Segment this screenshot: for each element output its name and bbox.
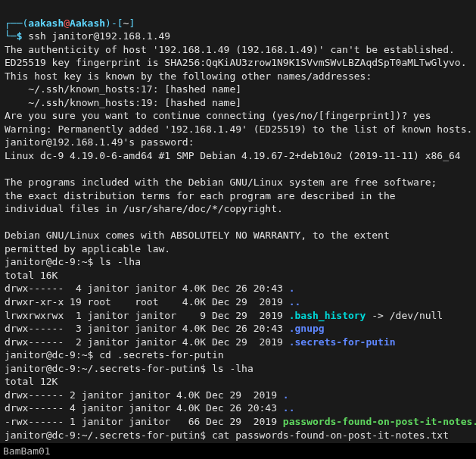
ls-row: drwx------ 3 janitor janitor 4.0K Dec 26…	[5, 323, 325, 334]
local-prompt-line: └─$	[5, 30, 28, 42]
ssh-output-line: ~/.ssh/known_hosts:19: [hashed name]	[5, 97, 241, 108]
ls-row: drwx------ 2 janitor janitor 4.0K Dec 29…	[5, 336, 396, 348]
ssh-output-line: permitted by applicable law.	[5, 243, 170, 254]
ls-row: drwx------ 4 janitor janitor 4.0K Dec 26…	[5, 283, 295, 294]
cat-output-block: BamBam01 Passw0rd smellycats P0Lic#10-4 …	[0, 443, 476, 459]
password-line: BamBam01	[3, 445, 51, 457]
cd-command: cd .secrets-for-putin	[99, 349, 223, 361]
ssh-output-line: Linux dc-9 4.19.0-6-amd64 #1 SMP Debian …	[5, 150, 461, 161]
ls-row: drwx------ 2 janitor janitor 4.0K Dec 29…	[5, 389, 289, 401]
remote-prompt: janitor@dc-9:~/.secrets-for-putin$	[5, 429, 212, 441]
ssh-output-line: This host key is known by the following …	[5, 70, 372, 82]
ssh-output-line: Are you sure you want to continue connec…	[5, 110, 431, 121]
ls-row: lrwxrwxrwx 1 janitor janitor 9 Dec 29 20…	[5, 310, 443, 321]
ls-command: ls -lha	[212, 363, 254, 374]
remote-prompt: janitor@dc-9:~$	[5, 256, 99, 267]
ssh-output-line: The authenticity of host '192.168.1.49 (…	[5, 44, 455, 55]
ls-row: drwxr-xr-x 19 root root 4.0K Dec 29 2019…	[5, 296, 300, 308]
ssh-output-line: ~/.ssh/known_hosts:17: [hashed name]	[5, 83, 241, 95]
ssh-output-line: janitor@192.168.1.49's password:	[5, 136, 194, 148]
ssh-output-line: Debian GNU/Linux comes with ABSOLUTELY N…	[5, 230, 390, 241]
local-prompt-header: ┌──(aakash@Aakash)-[~]	[5, 17, 135, 29]
ls-total: total 16K	[5, 270, 58, 281]
ls-total: total 12K	[5, 376, 58, 387]
ssh-output-line: individual files in /usr/share/doc/*/cop…	[5, 203, 283, 214]
ssh-command: ssh janitor@192.168.1.49	[28, 30, 170, 42]
terminal-window[interactable]: ┌──(aakash@Aakash)-[~] └─$ ssh janitor@1…	[0, 0, 476, 459]
remote-prompt: janitor@dc-9:~/.secrets-for-putin$	[5, 363, 212, 374]
cat-command: cat passwords-found-on-post-it-notes.txt	[212, 429, 449, 441]
ssh-output-line: the exact distribution terms for each pr…	[5, 190, 396, 201]
ssh-output-line: ED25519 key fingerprint is SHA256:QqKiAU…	[5, 57, 466, 68]
remote-prompt: janitor@dc-9:~$	[5, 349, 99, 361]
ls-row: -rwx------ 1 janitor janitor 66 Dec 29 2…	[5, 416, 476, 427]
ssh-output-line: The programs included with the Debian GN…	[5, 176, 437, 188]
ls-command: ls -lha	[99, 256, 141, 267]
ls-row: drwx------ 4 janitor janitor 4.0K Dec 26…	[5, 402, 295, 414]
ssh-output-line: Warning: Permanently added '192.168.1.49…	[5, 123, 472, 135]
